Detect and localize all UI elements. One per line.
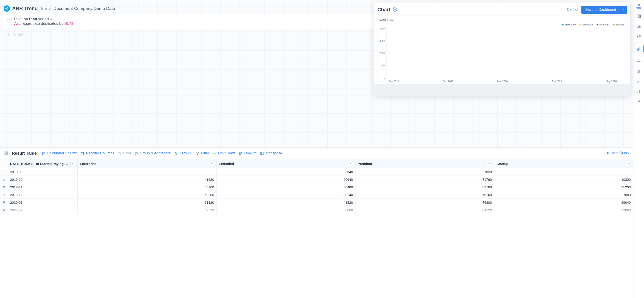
cell-value[interactable]: 41520 [216,199,355,206]
cell-value[interactable]: 7680 [494,191,633,199]
chart-type-sparkline[interactable] [634,57,643,66]
y-tick: 0 [384,76,385,79]
legend-item[interactable]: Enterprise [562,23,576,26]
cell-value[interactable]: 83760 [355,183,494,191]
svg-rect-1 [7,20,8,21]
calculated-column-button[interactable]: Calculated Column [42,151,77,155]
chart-type-bubble[interactable] [634,87,643,96]
svg-point-33 [639,90,640,92]
table-row[interactable]: 42019-125928030240501607680 [0,191,633,199]
column-header[interactable]: Premium [355,159,494,168]
cell-value[interactable] [78,168,216,176]
cell-value[interactable]: 30480 [216,183,355,191]
chart-type-table[interactable] [634,12,643,21]
x-tick: Jun 2020 [552,80,570,83]
cell-value[interactable]: 41520 [78,176,216,183]
legend-item[interactable]: Premium [596,23,609,26]
y-tick: 300K [380,40,386,42]
column-menu-button[interactable] [626,161,631,166]
save-dropdown-button[interactable] [620,6,627,14]
cell-value[interactable]: 32880 [494,206,633,214]
add-query-button[interactable]: Add Query [607,151,629,155]
transpose-button[interactable]: Transpose [260,151,282,155]
table-row[interactable]: 32019-1143200304808376025200 [0,183,633,191]
column-menu-button[interactable] [487,161,492,166]
svg-rect-6 [5,152,6,154]
reorder-columns-button[interactable]: Reorder Columns [81,151,114,155]
cell-date[interactable]: 2019-10 [8,176,78,183]
chart-type-line[interactable] [634,32,643,41]
chart-type-combo[interactable] [634,67,643,76]
bar-chart-icon [6,32,11,37]
cell-value[interactable]: 30240 [216,191,355,199]
filter-button[interactable]: Filter [196,151,209,155]
cell-value[interactable]: 59280 [78,191,216,199]
cancel-button[interactable]: Cancel [567,8,578,12]
svg-point-11 [135,152,136,153]
cell-date[interactable]: 2019-09 [8,168,78,176]
table-row[interactable]: 12019-0926401920 [0,168,633,176]
column-header[interactable]: Enterprise [78,159,216,168]
column-header[interactable]: DATE_BUCKET of Started Paying D… [8,159,78,168]
column-menu-button[interactable] [209,161,214,166]
zero-fill-button[interactable]: Zero Fill [174,151,192,155]
cell-date[interactable]: 2019-12 [8,191,78,199]
svg-rect-17 [240,152,240,155]
gear-icon[interactable] [392,7,397,12]
svg-point-30 [640,80,640,81]
pivot-step-card[interactable]: Pivot on Plan sorted A↓Asc, aggregate du… [3,14,398,29]
cell-value[interactable]: 2640 [216,168,355,176]
unpivot-button[interactable]: Unpivot [239,151,256,155]
svg-rect-10 [120,153,121,155]
cell-value[interactable]: 43200 [78,183,216,191]
group-aggregate-button[interactable]: Group & Aggregate [135,151,171,155]
chart-type-auto[interactable]: AUTO [634,2,643,11]
table-row[interactable]: 52020-0151120415207680029040 [0,199,633,206]
x-tick [570,80,588,83]
column-label: Premium [358,162,372,166]
cell-value[interactable]: 71760 [355,176,494,183]
row-index-header [0,159,8,168]
cell-date[interactable]: 2019-11 [8,183,78,191]
svg-rect-20 [637,15,640,18]
cell-value[interactable]: 51120 [78,199,216,206]
cell-value[interactable]: 20640 [216,176,355,183]
chart-type-more[interactable] [634,97,643,106]
x-tick [461,80,479,83]
chart-type-scatter[interactable] [634,77,643,86]
chart-type-bar[interactable] [634,44,643,53]
cell-value[interactable]: 10800 [494,176,633,183]
cell-value[interactable]: 76800 [355,199,494,206]
column-menu-button[interactable] [348,161,353,166]
cell-value[interactable] [494,168,633,176]
cell-value[interactable]: 84720 [355,206,494,214]
cell-value[interactable]: 50160 [355,191,494,199]
x-tick: Sep 2020 [606,80,624,83]
cell-value[interactable]: 36000 [216,206,355,214]
svg-rect-22 [638,48,639,51]
legend-label: Startup [616,23,624,26]
cell-date[interactable]: 2020-01 [8,199,78,206]
cell-date[interactable]: 2020-02 [8,206,78,214]
source-name[interactable]: Document Company Demo Data [54,6,115,11]
legend-swatch [580,24,581,26]
table-row[interactable]: 62020-0247520360008472032880 [0,206,633,214]
cell-value[interactable]: 25200 [494,183,633,191]
save-to-dashboard-button[interactable]: Save to Dashboard [581,6,620,14]
column-menu-button[interactable] [70,161,75,166]
legend-item[interactable]: Startup [613,23,624,26]
row-index: 5 [0,199,8,206]
column-header[interactable]: Extended [216,159,355,168]
svg-rect-2 [9,20,10,21]
cell-value[interactable]: 29040 [494,199,633,206]
limit-rows-button[interactable]: Limit Rows [213,151,236,155]
y-tick: 400K [380,27,386,30]
cell-value[interactable]: 47520 [78,206,216,214]
chart-config-panel: Chart Cancel Save to Dashboard [374,2,630,96]
table-row[interactable]: 22019-1041520206407176010800 [0,176,633,183]
cell-value[interactable]: 1920 [355,168,494,176]
column-header[interactable]: Startup [494,159,633,168]
legend-item[interactable]: Extended [580,23,593,26]
chart-type-area[interactable] [634,22,643,31]
column-label: Enterprise [80,162,96,166]
